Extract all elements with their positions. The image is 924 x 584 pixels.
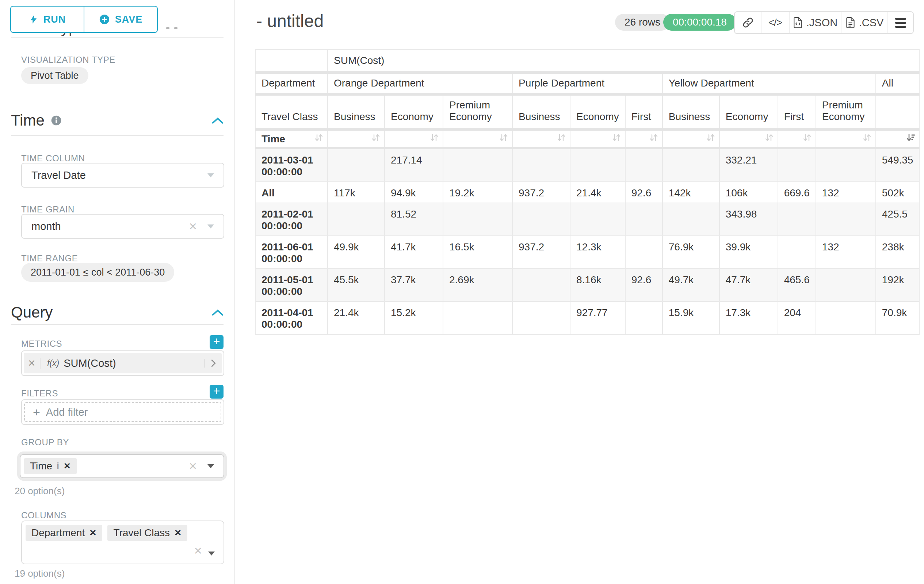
link-icon [742,17,754,28]
pivot-cell [512,269,570,301]
pivot-group-header: Orange Department [328,72,512,94]
add-filter-plus-button[interactable]: + [210,385,223,398]
pivot-row: 2011-03-01 00:00:00217.14332.21549.35 [255,148,919,182]
metrics-control: ✕ f(x) SUM(Cost) [21,350,224,376]
pivot-cell: 425.5 [876,203,920,236]
pivot-cell: 15.2k [384,301,443,334]
pivot-row: 2011-04-01 00:00:0021.4k15.2k927.7715.9k… [255,301,919,334]
sort-icon[interactable] [802,133,812,145]
sort-icon[interactable] [612,133,621,145]
file-csv-icon [845,17,855,28]
pivot-cell: 8.16k [570,269,625,301]
clear-icon[interactable]: ✕ [189,220,197,232]
sort-icon[interactable] [499,133,508,145]
pivot-cell [625,301,663,334]
plus-icon: + [33,406,40,418]
menu-button[interactable] [888,12,913,33]
chevron-up-icon[interactable] [212,117,223,124]
export-csv-button[interactable]: .CSV [841,12,888,33]
run-button[interactable]: RUN [10,6,84,33]
pivot-cell: 937.2 [512,182,570,203]
group-by-label: GROUP BY [21,437,69,447]
pivot-cell [443,148,512,182]
chart-title[interactable]: - untitled [256,11,323,31]
info-icon[interactable] [50,115,62,126]
pivot-cell: 106k [719,182,778,203]
export-json-button[interactable]: .JSON [789,12,841,33]
pivot-cell [570,148,625,182]
sort-icon[interactable] [314,133,323,145]
remove-tag-icon[interactable]: ✕ [89,528,96,538]
info-icon: i [57,461,59,471]
sort-icon[interactable] [649,133,658,145]
time-column-label: TIME COLUMN [21,153,85,163]
sort-icon[interactable] [706,133,716,145]
time-range-label: TIME RANGE [21,253,78,263]
remove-tag-icon[interactable]: ✕ [174,528,182,538]
time-section-header: Time [11,112,223,129]
add-filter-button[interactable]: + Add filter [24,402,221,422]
group-by-select[interactable]: Timei✕ ✕ [20,454,224,478]
group-by-option-count: 20 option(s) [15,485,64,497]
pivot-cell: 669.6 [778,182,816,203]
time-column-select[interactable]: Travel Date [21,163,224,188]
metric-pill[interactable]: ✕ f(x) SUM(Cost) [24,353,222,373]
sort-icon[interactable] [429,133,439,145]
sort-icon[interactable] [862,133,872,145]
time-grain-select[interactable]: month ✕ [21,214,224,239]
add-metric-button[interactable]: + [210,335,223,349]
time-range-pill[interactable]: 2011-01-01 ≤ col < 2011-06-30 [21,263,174,282]
export-toolbar: </> .JSON .CSV [734,12,914,34]
columns-select[interactable]: Department✕Travel Class✕ ✕ [21,520,224,564]
viz-type-label: VISUALIZATION TYPE [21,55,116,65]
pivot-cell [625,236,663,269]
pivot-row-dim-header: Time [255,129,328,148]
chevron-up-icon[interactable] [212,309,223,316]
panel.query.group_by_values-tag[interactable]: Timei✕ [24,458,77,474]
pivot-col-header: Premium Economy [443,94,512,129]
pivot-cell: 192k [876,269,920,301]
sort-icon[interactable] [764,133,774,145]
function-icon: f(x) [47,359,59,368]
sort-icon[interactable] [371,133,381,145]
pivot-cell: 81.52 [384,203,443,236]
pivot-cell: 41.7k [384,236,443,269]
pivot-col-header: Economy [719,94,778,129]
share-link-button[interactable] [735,12,761,33]
pivot-cell: 12.3k [570,236,625,269]
pivot-cell: 76.9k [663,236,719,269]
save-button[interactable]: SAVE [84,6,158,33]
pivot-cell: 217.14 [384,148,443,182]
sort-icon[interactable] [557,133,566,145]
pivot-cell [625,203,663,236]
clear-icon[interactable]: ✕ [194,545,202,557]
pivot-row-label: 2011-03-01 00:00:00 [255,148,328,182]
embed-code-button[interactable]: </> [761,12,789,33]
pivot-cell: 238k [876,236,920,269]
pivot-col-header: Business [663,94,719,129]
viz-type-pill[interactable]: Pivot Table [21,67,88,84]
pivot-cell: 94.9k [384,182,443,203]
pivot-cell: 343.98 [719,203,778,236]
pivot-cell: 142k [663,182,719,203]
clear-icon[interactable]: ✕ [189,460,197,472]
pivot-cell [512,148,570,182]
lightning-bolt-icon [29,13,38,26]
chart-type-actions-clipped [166,27,178,29]
remove-tag-icon[interactable]: ✕ [64,461,71,471]
pivot-cell [443,301,512,334]
panel.query.columns_values-tag[interactable]: Department✕ [26,525,102,541]
pivot-cell [663,203,719,236]
sort-descending-icon[interactable] [906,133,915,145]
panel.query.columns_values-tag[interactable]: Travel Class✕ [107,525,187,541]
row-count-badge: 26 rows [615,14,670,31]
pivot-cell [328,203,384,236]
expand-metric-button[interactable] [204,359,222,368]
pivot-row: 2011-05-01 00:00:0045.5k37.7k2.69k8.16k9… [255,269,919,301]
pivot-cell [816,269,876,301]
pivot-cell: 21.4k [570,182,625,203]
pivot-group-header: Purple Department [512,72,663,94]
remove-metric-icon[interactable]: ✕ [24,358,41,369]
pivot-col-header: First [625,94,663,129]
pivot-cell: 49.7k [663,269,719,301]
